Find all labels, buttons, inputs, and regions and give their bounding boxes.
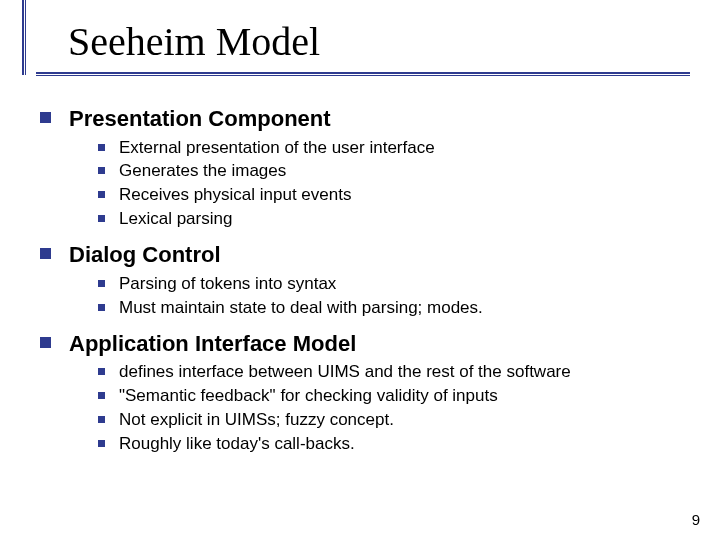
section-heading: Dialog Control: [40, 241, 680, 269]
bullet-icon: [98, 280, 105, 287]
list-item: Lexical parsing: [98, 208, 680, 231]
bullet-icon: [98, 144, 105, 151]
bullet-icon: [98, 392, 105, 399]
list-item: Parsing of tokens into syntax: [98, 273, 680, 296]
section-items: External presentation of the user interf…: [98, 137, 680, 232]
bullet-icon: [98, 215, 105, 222]
list-item-text: "Semantic feedback" for checking validit…: [119, 385, 498, 408]
bullet-icon: [40, 248, 51, 259]
list-item: Not explicit in UIMSs; fuzzy concept.: [98, 409, 680, 432]
list-item-text: defines interface between UIMS and the r…: [119, 361, 571, 384]
bullet-icon: [98, 368, 105, 375]
list-item: External presentation of the user interf…: [98, 137, 680, 160]
page-number: 9: [692, 511, 700, 528]
list-item-text: Receives physical input events: [119, 184, 351, 207]
slide-body: Presentation Component External presenta…: [0, 75, 720, 456]
bullet-icon: [40, 112, 51, 123]
slide-title: Seeheim Model: [68, 18, 720, 65]
list-item: Must maintain state to deal with parsing…: [98, 297, 680, 320]
title-area: Seeheim Model: [0, 0, 720, 75]
bullet-icon: [98, 167, 105, 174]
slide: Seeheim Model Presentation Component Ext…: [0, 0, 720, 540]
bullet-icon: [40, 337, 51, 348]
bullet-icon: [98, 416, 105, 423]
list-item: defines interface between UIMS and the r…: [98, 361, 680, 384]
list-item-text: Roughly like today's call-backs.: [119, 433, 355, 456]
section-heading: Presentation Component: [40, 105, 680, 133]
list-item: Generates the images: [98, 160, 680, 183]
title-underline: [36, 72, 690, 75]
section-items: Parsing of tokens into syntax Must maint…: [98, 273, 680, 320]
section-items: defines interface between UIMS and the r…: [98, 361, 680, 456]
list-item: Roughly like today's call-backs.: [98, 433, 680, 456]
section-heading-text: Application Interface Model: [69, 330, 356, 358]
section-heading: Application Interface Model: [40, 330, 680, 358]
bullet-icon: [98, 191, 105, 198]
list-item: Receives physical input events: [98, 184, 680, 207]
title-accent-line: [22, 0, 25, 75]
section-heading-text: Presentation Component: [69, 105, 331, 133]
list-item-text: Generates the images: [119, 160, 286, 183]
list-item-text: Not explicit in UIMSs; fuzzy concept.: [119, 409, 394, 432]
bullet-icon: [98, 304, 105, 311]
list-item-text: Parsing of tokens into syntax: [119, 273, 336, 296]
list-item: "Semantic feedback" for checking validit…: [98, 385, 680, 408]
list-item-text: External presentation of the user interf…: [119, 137, 435, 160]
list-item-text: Must maintain state to deal with parsing…: [119, 297, 483, 320]
list-item-text: Lexical parsing: [119, 208, 232, 231]
section-heading-text: Dialog Control: [69, 241, 221, 269]
bullet-icon: [98, 440, 105, 447]
